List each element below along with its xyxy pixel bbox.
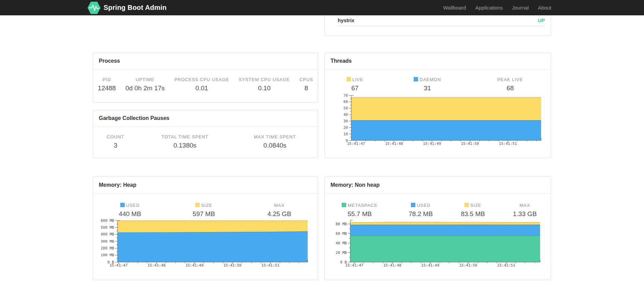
application-status-panel: hystrix UP bbox=[324, 15, 551, 36]
svg-text:100 MB: 100 MB bbox=[101, 253, 114, 257]
svg-text:400 MB: 400 MB bbox=[101, 232, 114, 237]
legend-swatch bbox=[120, 203, 125, 207]
gc-card-title: Garbage Collection Pauses bbox=[93, 110, 318, 127]
svg-text:10: 10 bbox=[343, 132, 348, 136]
svg-text:15:41:47: 15:41:47 bbox=[346, 263, 364, 268]
svg-text:15:41:50: 15:41:50 bbox=[461, 141, 479, 146]
stat: DAEMON 31 bbox=[385, 77, 470, 92]
stat: SYSTEM CPU USAGE 0.10 bbox=[234, 77, 295, 92]
legend-swatch bbox=[414, 77, 418, 81]
legend-swatch bbox=[464, 203, 469, 207]
memory-nonheap-card: Memory: Non heap METASPACE 55.7 MB USED … bbox=[324, 177, 551, 280]
process-card: Process PID 12488 UPTIME 0d 0h 2m 17s PR… bbox=[93, 52, 318, 103]
stat: TOTAL TIME SPENT 0.1380s bbox=[138, 134, 232, 149]
stat: SIZE 83.5 MB bbox=[447, 203, 499, 218]
stat: PID 12488 bbox=[93, 77, 121, 92]
application-row[interactable]: hystrix UP bbox=[325, 15, 551, 26]
svg-text:0 B: 0 B bbox=[340, 260, 347, 264]
status-badge: UP bbox=[538, 17, 545, 23]
stat: UPTIME 0d 0h 2m 17s bbox=[121, 77, 169, 92]
gc-stats: COUNT 3 TOTAL TIME SPENT 0.1380s MAX TIM… bbox=[93, 134, 318, 149]
stat-value: 55.7 MB bbox=[329, 210, 390, 218]
stat: MAX 4.25 GB bbox=[241, 203, 318, 218]
stat-label: PID bbox=[98, 77, 116, 82]
memory-heap-card: Memory: Heap USED 440 MB SIZE 597 MB MAX… bbox=[93, 177, 318, 280]
stat-label: MAX bbox=[504, 203, 546, 208]
svg-text:15:41:49: 15:41:49 bbox=[423, 141, 441, 146]
stat-label: MAX bbox=[245, 203, 313, 208]
svg-text:0: 0 bbox=[346, 138, 348, 143]
stat-value: 597 MB bbox=[172, 210, 236, 218]
stat-label: METASPACE bbox=[329, 203, 390, 208]
nav-item[interactable]: About bbox=[538, 5, 551, 11]
legend-swatch bbox=[195, 203, 200, 207]
stat-value: 440 MB bbox=[98, 210, 162, 218]
stat: USED 440 MB bbox=[93, 203, 167, 218]
threads-card-title: Threads bbox=[325, 53, 551, 70]
stat-label: TOTAL TIME SPENT bbox=[143, 134, 227, 139]
svg-text:40 MB: 40 MB bbox=[336, 241, 347, 245]
stat-label: UPTIME bbox=[125, 77, 165, 82]
legend-swatch bbox=[342, 203, 346, 207]
stat-label: USED bbox=[399, 203, 442, 208]
stat: MAX TIME SPENT 0.0840s bbox=[232, 134, 318, 149]
svg-text:15:41:51: 15:41:51 bbox=[497, 263, 515, 268]
nav-item[interactable]: Applications bbox=[475, 5, 503, 11]
nav-item[interactable]: Wallboard bbox=[443, 5, 466, 11]
stat: SIZE 597 MB bbox=[167, 203, 241, 218]
svg-text:15:41:47: 15:41:47 bbox=[110, 263, 128, 268]
threads-legend-stats: LIVE 67 DAEMON 31 PEAK LIVE 68 bbox=[325, 77, 551, 92]
stat-value: 3 bbox=[98, 142, 133, 149]
svg-text:15:41:50: 15:41:50 bbox=[459, 263, 477, 268]
svg-text:600 MB: 600 MB bbox=[101, 218, 114, 223]
svg-text:60 MB: 60 MB bbox=[336, 231, 347, 236]
stat-value: 68 bbox=[474, 85, 546, 92]
spring-boot-admin-logo-icon bbox=[88, 1, 101, 14]
stat: PEAK LIVE 68 bbox=[470, 77, 551, 92]
stat-value: 12488 bbox=[98, 85, 116, 92]
stat-label: PEAK LIVE bbox=[474, 77, 546, 82]
row-divider bbox=[338, 26, 545, 26]
svg-text:15:41:51: 15:41:51 bbox=[261, 263, 279, 268]
svg-text:15:41:47: 15:41:47 bbox=[347, 141, 365, 146]
legend-swatch bbox=[411, 203, 415, 207]
stat: CPUS 8 bbox=[295, 77, 318, 92]
stat: PROCESS CPU USAGE 0.01 bbox=[169, 77, 234, 92]
stat: COUNT 3 bbox=[93, 134, 138, 149]
svg-text:500 MB: 500 MB bbox=[101, 225, 114, 230]
svg-text:60: 60 bbox=[343, 100, 348, 104]
svg-text:70: 70 bbox=[343, 93, 348, 98]
svg-text:15:41:51: 15:41:51 bbox=[499, 141, 517, 146]
stat-value: 8 bbox=[300, 85, 313, 92]
stat: USED 78.2 MB bbox=[395, 203, 447, 218]
brand-link[interactable]: Spring Boot Admin bbox=[88, 1, 167, 14]
gc-pauses-card: Garbage Collection Pauses COUNT 3 TOTAL … bbox=[93, 110, 318, 158]
stat-label: USED bbox=[98, 203, 162, 208]
svg-text:200 MB: 200 MB bbox=[101, 246, 114, 250]
svg-text:20: 20 bbox=[343, 125, 348, 130]
stat: METASPACE 55.7 MB bbox=[325, 203, 395, 218]
svg-text:80 MB: 80 MB bbox=[336, 222, 347, 226]
stat-label: LIVE bbox=[329, 77, 380, 82]
process-card-title: Process bbox=[93, 53, 318, 70]
navbar: Spring Boot Admin WallboardApplicationsJ… bbox=[0, 0, 644, 15]
memory-nonheap-legend-stats: METASPACE 55.7 MB USED 78.2 MB SIZE 83.5… bbox=[325, 203, 551, 218]
stat-label: CPUS bbox=[300, 77, 313, 82]
stat-value: 4.25 GB bbox=[245, 210, 313, 218]
svg-text:30: 30 bbox=[343, 119, 348, 123]
svg-text:15:41:48: 15:41:48 bbox=[148, 263, 166, 268]
brand-title: Spring Boot Admin bbox=[104, 4, 167, 12]
memory-heap-legend-stats: USED 440 MB SIZE 597 MB MAX 4.25 GB bbox=[93, 203, 318, 218]
svg-text:15:41:49: 15:41:49 bbox=[421, 263, 439, 268]
nav-links: WallboardApplicationsJournalAbout bbox=[443, 5, 551, 11]
stat-label: SIZE bbox=[172, 203, 236, 208]
stat: MAX 1.33 GB bbox=[499, 203, 551, 218]
svg-text:15:41:48: 15:41:48 bbox=[385, 141, 403, 146]
stat-label: PROCESS CPU USAGE bbox=[174, 77, 229, 82]
svg-text:50: 50 bbox=[343, 106, 348, 110]
nav-item[interactable]: Journal bbox=[512, 5, 529, 11]
stat-value: 0.10 bbox=[239, 85, 290, 92]
stat-value: 67 bbox=[329, 85, 380, 92]
stat-value: 0d 0h 2m 17s bbox=[125, 85, 165, 92]
threads-card: Threads LIVE 67 DAEMON 31 PEAK LIVE 68 0… bbox=[324, 52, 551, 158]
